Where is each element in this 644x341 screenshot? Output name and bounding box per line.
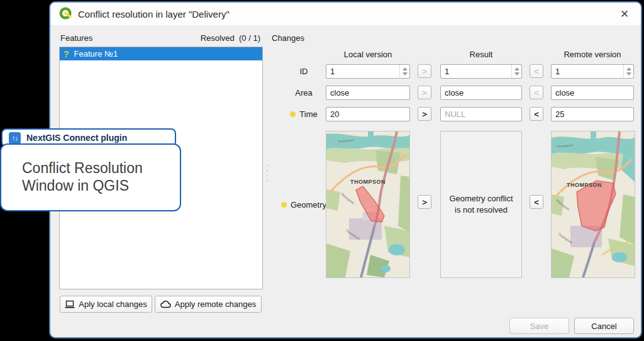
spin-down-icon[interactable] xyxy=(626,72,631,75)
area-result-field[interactable] xyxy=(440,86,522,100)
id-take-remote-button[interactable]: < xyxy=(530,64,543,78)
map-city-label: THOMPSON xyxy=(350,179,386,185)
time-local-field[interactable] xyxy=(326,107,410,121)
qgis-logo-icon xyxy=(59,7,73,21)
area-local-field[interactable] xyxy=(326,86,410,100)
time-take-remote-button[interactable]: < xyxy=(530,107,543,121)
resolved-counter: Resolved (0 / 1) xyxy=(201,33,260,43)
apply-remote-label: Apply remote changes xyxy=(175,299,256,309)
features-header: Features xyxy=(60,33,92,43)
feature-label: Feature №1 xyxy=(74,49,118,59)
apply-local-changes-button[interactable]: Aply local changes xyxy=(60,296,152,313)
local-version-map[interactable]: THOMPSON Thompson Thompson Thompson xyxy=(326,131,410,278)
splitter-handle[interactable] xyxy=(266,165,269,187)
callout-title-line2: Window in QGIS xyxy=(22,177,180,195)
area-take-remote-button[interactable]: < xyxy=(530,86,543,99)
callout-title-line1: Conflict Resolution xyxy=(22,160,180,177)
changes-header: Changes xyxy=(272,33,304,43)
area-take-local-button[interactable]: > xyxy=(418,86,431,99)
spin-down-icon[interactable] xyxy=(402,72,408,75)
geometry-result-box: Geometry conflict is not resolved xyxy=(440,131,522,278)
column-header-remote: Remote version xyxy=(551,50,634,59)
remote-version-map[interactable]: THOMPSON Thompson Thompson Thompson xyxy=(551,131,635,278)
conflict-dot-icon xyxy=(281,202,287,208)
column-header-local: Local version xyxy=(326,50,410,59)
time-take-local-button[interactable]: > xyxy=(418,107,431,121)
id-local-spinbox[interactable] xyxy=(326,64,410,79)
close-icon[interactable]: ✕ xyxy=(617,6,632,21)
dialog-title: Conflict resolution in layer "Delivery" xyxy=(78,9,230,20)
titlebar[interactable]: Conflict resolution in layer "Delivery" … xyxy=(50,3,641,26)
save-button[interactable]: Save xyxy=(509,318,569,334)
apply-remote-changes-button[interactable]: Apply remote changes xyxy=(155,296,262,313)
id-result-spinbox[interactable] xyxy=(440,64,522,79)
spin-up-icon[interactable] xyxy=(402,67,408,70)
time-remote-field[interactable] xyxy=(551,107,634,121)
id-local-spinner[interactable] xyxy=(399,65,409,78)
spin-up-icon[interactable] xyxy=(626,67,631,70)
geometry-take-local-button[interactable]: > xyxy=(418,195,431,209)
id-result-spinner[interactable] xyxy=(511,65,521,78)
cancel-button[interactable]: Cancel xyxy=(574,318,634,334)
callout-box: Conflict Resolution Window in QGIS xyxy=(0,143,181,211)
plugin-tab-label: NextGIS Connect plugin xyxy=(26,133,127,143)
geometry-take-remote-button[interactable]: < xyxy=(530,195,543,209)
apply-local-label: Aply local changes xyxy=(79,299,147,309)
column-header-result: Result xyxy=(440,50,522,59)
spin-up-icon[interactable] xyxy=(514,67,519,70)
laptop-icon xyxy=(65,300,75,309)
id-remote-spinbox[interactable] xyxy=(551,64,634,79)
cloud-icon xyxy=(160,300,171,308)
conflict-question-icon: ? xyxy=(64,49,69,59)
id-remote-spinner[interactable] xyxy=(623,65,633,78)
feature-list-item[interactable]: ? Feature №1 xyxy=(60,47,262,60)
spin-down-icon[interactable] xyxy=(514,72,519,75)
map-city-label: THOMPSON xyxy=(567,182,602,188)
nextgis-connect-icon: ↑↓ xyxy=(9,132,21,144)
id-take-local-button[interactable]: > xyxy=(418,64,431,78)
area-remote-field[interactable] xyxy=(551,86,634,100)
time-result-field[interactable] xyxy=(440,107,522,121)
conflict-dot-icon xyxy=(290,111,296,117)
